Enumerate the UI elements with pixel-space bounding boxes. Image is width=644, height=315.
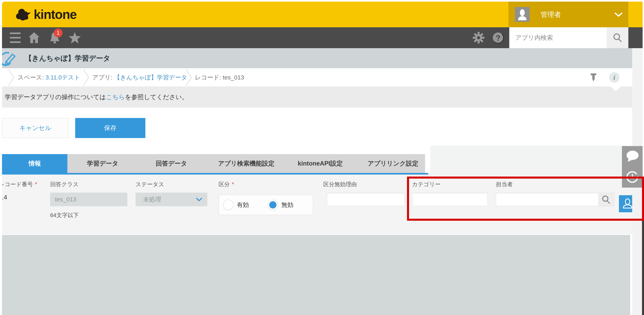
kubun-reason-label: 区分無効理由 (323, 181, 357, 188)
tab-kintone-api[interactable]: kintoneAPI設定 (286, 154, 354, 173)
user-name: 管理者 (540, 2, 561, 27)
radio-muko[interactable] (268, 200, 278, 210)
help-icon[interactable]: ? (492, 32, 504, 43)
breadcrumb-item-record: レコード: tes_013 (195, 68, 244, 87)
tab-active-underline (2, 173, 428, 175)
answer-class-label: 回答クラス (50, 181, 78, 188)
radio-muko-label: 無効 (281, 201, 293, 209)
breadcrumb-chevron-icon (82, 69, 90, 87)
help-notice-bar: 学習データアプリの操作についてはこちらを参照してください。 (2, 87, 642, 108)
radio-yuko-label: 有効 (237, 201, 249, 209)
favorites-star-icon[interactable] (68, 27, 82, 48)
tab-app-link[interactable]: アプリリンク設定 (359, 154, 427, 173)
kubun-radio-group: 有効 無効 (219, 195, 313, 215)
breadcrumb-chevron-icon (185, 69, 192, 87)
breadcrumb-item-app: アプリ: 【きんちゃぼ】学習データ (92, 68, 187, 87)
settings-gear-icon[interactable] (472, 27, 485, 48)
main-navbar: 1 ? (2, 27, 642, 48)
form-background-extension (430, 146, 642, 175)
notification-count-badge: 1 (54, 29, 62, 37)
radio-yuko[interactable] (223, 200, 234, 210)
tab-gakushu-data[interactable]: 学習データ (78, 154, 127, 173)
notice-text: 学習データアプリの操作についてはこちらを参照してください。 (5, 87, 188, 108)
page-title: 【きんちゃぼ】学習データ (25, 48, 110, 68)
search-button[interactable] (607, 27, 628, 48)
top-header-bar: kintone 管理者 (2, 2, 642, 27)
tab-info[interactable]: 情報 (2, 154, 67, 173)
kubun-label: 区分* (218, 181, 234, 188)
cloud-logo-icon (16, 8, 31, 21)
search-icon (612, 33, 622, 43)
info-icon[interactable]: i (609, 72, 620, 83)
status-value: 未処理 (143, 193, 161, 206)
tab-kaito-data[interactable]: 回答データ (147, 154, 196, 173)
home-icon[interactable] (28, 27, 40, 48)
breadcrumb: スペース: 3.11.0テスト アプリ: 【きんちゃぼ】学習データ レコード: … (2, 68, 642, 87)
notice-callout-wedge (611, 87, 621, 91)
logo-text: kintone (34, 7, 76, 22)
chevron-down-icon (614, 12, 623, 18)
highlight-annotation-box (407, 177, 644, 221)
answer-class-helper-text: 64文字以下 (50, 211, 79, 219)
breadcrumb-link-space[interactable]: 3.11.0テスト (46, 74, 80, 81)
record-number-value: .4 (2, 194, 7, 201)
window-edge (642, 221, 644, 315)
comments-button[interactable] (622, 146, 642, 167)
breadcrumb-chevron-icon (8, 69, 15, 87)
app-pencil-icon (2, 50, 18, 68)
hamburger-menu-icon[interactable] (9, 27, 22, 48)
speech-bubble-icon (626, 150, 639, 163)
app-header: 【きんちゃぼ】学習データ (2, 48, 642, 68)
answer-class-input (50, 193, 127, 206)
breadcrumb-item-space: スペース: 3.11.0テスト (18, 68, 80, 87)
record-number-label: レコード番号* (2, 181, 37, 188)
avatar (515, 7, 530, 22)
pin-icon[interactable] (589, 73, 598, 82)
kubun-reason-input[interactable] (327, 193, 404, 206)
search-input[interactable] (509, 27, 607, 48)
status-label: ステータス (136, 181, 164, 188)
breadcrumb-link-app[interactable]: 【きんちゃぼ】学習データ (114, 74, 187, 81)
cancel-button[interactable]: キャンセル (2, 118, 68, 138)
status-select: 未処理 (136, 193, 207, 206)
kintone-logo[interactable]: kintone (16, 2, 76, 27)
save-button[interactable]: 保存 (75, 118, 145, 138)
empty-content-region (2, 235, 630, 315)
user-menu[interactable]: 管理者 (508, 2, 628, 27)
chevron-down-icon (196, 197, 202, 202)
tab-app-search[interactable]: アプリ検索機能設定 (212, 154, 280, 173)
notice-link[interactable]: こちら (106, 94, 125, 101)
